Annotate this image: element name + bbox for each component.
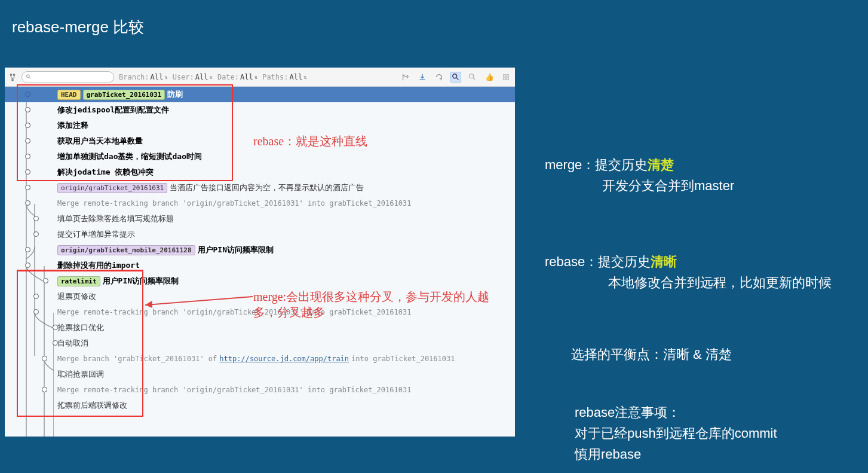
commit-dot	[25, 91, 30, 97]
merge-line2: 开发分支合并到master	[602, 175, 734, 196]
rebase-notes: rebase注意事项： 对于已经push到远程仓库的commit 慎用rebas…	[575, 402, 849, 465]
commit-text: 抢票接口优化	[57, 322, 104, 333]
refresh-icon[interactable]	[434, 72, 444, 83]
balance-text: 选择的平衡点：清晰 & 清楚	[571, 344, 846, 365]
commit-row[interactable]: 填单页去除乘客姓名填写规范标题	[5, 211, 515, 227]
commit-dot	[25, 247, 30, 252]
commit-row[interactable]: HEADgrabTicket_20161031防刷	[5, 87, 515, 102]
commit-row[interactable]: 解决jodatime 依赖包冲突	[5, 164, 515, 180]
download-icon[interactable]	[417, 72, 428, 83]
commit-row[interactable]: Merge remote-tracking branch 'origin/gra…	[5, 382, 515, 398]
commit-row[interactable]: 提交订单增加异常提示	[5, 227, 515, 242]
merge-label: merge：提交历史	[545, 157, 648, 172]
svg-line-1	[29, 77, 30, 78]
settings-icon[interactable]	[501, 72, 511, 83]
note-line1: 对于已经push到远程仓库的commit	[575, 426, 777, 441]
merge-highlight: 清楚	[648, 157, 674, 172]
rebase-line2: 本地修改合并到远程，比如更新的时候	[608, 275, 832, 290]
commit-message: origin/grabTicket_mobile_20161128用户PIN访问…	[57, 245, 515, 255]
svg-rect-8	[504, 77, 506, 80]
search-field[interactable]	[34, 74, 110, 81]
commit-dot	[25, 200, 30, 206]
rebase-highlight: 清晰	[651, 254, 677, 269]
svg-rect-9	[507, 77, 509, 80]
commit-row[interactable]: Merge remote-tracking branch 'origin/gra…	[5, 196, 515, 211]
commit-message: 添加注释	[57, 120, 515, 131]
merge-annotation: merge:会出现很多这种分叉，参与开发的人越多，分叉越多	[253, 289, 504, 320]
commit-row[interactable]: 增加单独测试dao基类，缩短测试dao时间	[5, 149, 515, 164]
commit-text: 添加注释	[57, 120, 88, 131]
search-input[interactable]	[22, 71, 114, 83]
commit-text: 用户PIN访问频率限制	[198, 245, 274, 255]
sort-icon: ⇅	[164, 74, 167, 80]
commit-text: 获取用户当天本地单数量	[57, 136, 143, 147]
cherry-pick-icon[interactable]	[400, 72, 411, 83]
thumbs-icon[interactable]: 👍	[484, 72, 495, 83]
commit-dot	[33, 231, 39, 237]
commit-message: HEADgrabTicket_20161031防刷	[57, 89, 515, 100]
commit-message: 增加单独测试dao基类，缩短测试dao时间	[57, 151, 515, 162]
filter-date[interactable]: Date: All ⇅	[217, 73, 257, 81]
commit-row[interactable]: 取消抢票回调	[5, 367, 515, 382]
svg-rect-7	[507, 74, 509, 77]
commit-text: Merge remote-tracking branch 'origin/gra…	[57, 199, 411, 207]
commit-message: 提交订单增加异常提示	[57, 229, 515, 240]
note-title: rebase注意事项：	[575, 405, 680, 420]
zoom-icon[interactable]	[467, 72, 478, 83]
git-toolbar: Branch: All ⇅ User: All ⇅ Date: All ⇅ Pa…	[5, 68, 515, 87]
note-line2: 慎用rebase	[575, 447, 641, 462]
commit-row[interactable]: 自动取消	[5, 335, 515, 351]
commit-message: 抢票前后端联调修改	[57, 400, 515, 411]
rebase-description: rebase：提交历史清晰 本地修改合并到远程，比如更新的时候	[545, 251, 855, 293]
commit-row[interactable]: origin/grabTicket_mobile_20161128用户PIN访问…	[5, 242, 515, 258]
commit-dot	[61, 402, 66, 408]
commit-text: 提交订单增加异常提示	[57, 229, 135, 240]
commit-message: Merge branch 'grabTicket_20161031' of ht…	[57, 355, 515, 363]
head-tag[interactable]: HEAD	[57, 90, 81, 100]
remote-branch-tag[interactable]: origin/grabTicket_20161031	[57, 183, 167, 193]
svg-point-4	[470, 74, 474, 78]
commit-text: Merge remote-tracking branch 'origin/gra…	[57, 386, 411, 394]
commit-message: 抢票接口优化	[57, 322, 515, 333]
commit-dot	[33, 309, 39, 315]
commit-dot	[25, 154, 30, 159]
commit-message: 删除掉没有用的import	[57, 260, 515, 271]
commit-text: 自动取消	[57, 338, 88, 349]
commit-message: 解决jodatime 依赖包冲突	[57, 167, 515, 178]
filter-user[interactable]: User: All ⇅	[173, 73, 213, 81]
commit-text: 删除掉没有用的import	[57, 260, 140, 271]
commit-message: 修改jedispool配置到配置文件	[57, 105, 515, 115]
svg-line-5	[473, 77, 476, 80]
commit-row[interactable]: Merge branch 'grabTicket_20161031' of ht…	[5, 351, 515, 367]
commit-link[interactable]: http://source.jd.com/app/train	[219, 355, 349, 363]
slide-title: rebase-merge 比较	[12, 17, 144, 38]
commit-message: 填单页去除乘客姓名填写规范标题	[57, 213, 515, 224]
svg-point-0	[26, 75, 29, 78]
merge-description: merge：提交历史清楚 开发分支合并到master	[545, 154, 849, 196]
commit-row[interactable]: 添加注释	[5, 118, 515, 133]
sort-icon: ⇅	[210, 74, 213, 80]
sort-icon: ⇅	[303, 74, 306, 80]
commit-dot	[53, 325, 58, 330]
commit-text: 当酒店广告接口返回内容为空，不再显示默认的酒店广告	[170, 182, 364, 193]
commit-dot	[42, 387, 47, 392]
remote-branch-tag[interactable]: origin/grabTicket_mobile_20161128	[57, 245, 195, 255]
commit-row[interactable]: 抢票接口优化	[5, 320, 515, 335]
commit-text: 退票页修改	[57, 291, 96, 302]
branch-tag[interactable]: ratelimit	[57, 276, 100, 286]
filter-paths[interactable]: Paths: All ⇅	[262, 73, 306, 81]
commit-row[interactable]: origin/grabTicket_20161031当酒店广告接口返回内容为空，…	[5, 180, 515, 196]
rebase-annotation: rebase：就是这种直线	[253, 133, 367, 149]
commit-row[interactable]: 修改jedispool配置到配置文件	[5, 102, 515, 118]
commit-text: 增加单独测试dao基类，缩短测试dao时间	[57, 151, 202, 162]
intellisort-icon[interactable]	[450, 72, 461, 83]
svg-line-3	[456, 77, 459, 80]
commit-text: Merge branch 'grabTicket_20161031' of	[57, 355, 217, 363]
commit-row[interactable]: 删除掉没有用的import	[5, 258, 515, 273]
filter-branch[interactable]: Branch: All ⇅	[119, 73, 168, 81]
commit-message: Merge remote-tracking branch 'origin/gra…	[57, 386, 515, 394]
branch-tag[interactable]: grabTicket_20161031	[83, 90, 165, 100]
commit-dot	[25, 263, 30, 268]
commit-row[interactable]: 抢票前后端联调修改	[5, 398, 515, 413]
commit-row[interactable]: ratelimit用户PIN访问频率限制	[5, 273, 515, 289]
